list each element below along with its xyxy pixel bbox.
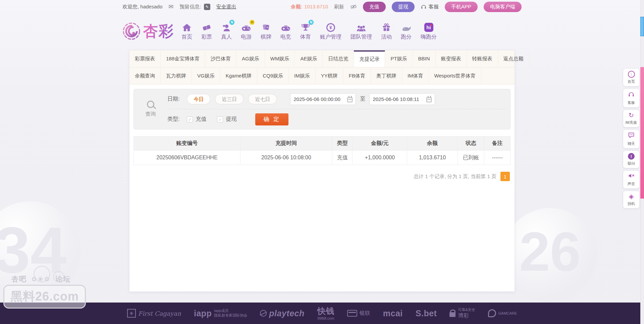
page-1-button[interactable]: 1	[500, 172, 510, 181]
logout-link[interactable]: 安全退出	[216, 4, 236, 10]
type-withdraw-checkbox[interactable]: ✓ 提现	[217, 116, 236, 123]
logo-text: First Cagayan	[138, 310, 181, 317]
scrollbar-thumb[interactable]	[640, 17, 644, 36]
tab-item[interactable]: 账变报表	[436, 50, 467, 67]
tab-item[interactable]: FB体育	[343, 67, 371, 84]
tab-item[interactable]: IM娱乐	[289, 67, 316, 84]
float-item-idle[interactable]: ◈ 挂机	[623, 191, 639, 208]
nav-label: 电游	[241, 34, 252, 41]
mobile-app-button[interactable]: 手机APP	[445, 2, 478, 12]
footer-logo-unionpay: 银联	[347, 310, 370, 317]
calendar-icon[interactable]	[426, 97, 432, 102]
mail-icon[interactable]: ✉	[168, 3, 173, 10]
withdraw-button[interactable]: 提现	[392, 2, 415, 12]
pc-client-button[interactable]: 电脑客户端	[484, 2, 522, 12]
logo-subtext: iapp成员	[214, 309, 247, 313]
logo-text: iapp	[194, 309, 212, 318]
footer-logo-99bill: 快钱 99Bill.com	[317, 306, 334, 321]
date-to-input[interactable]	[373, 96, 424, 102]
query-panel-label: 查询	[134, 89, 167, 129]
float-label: 客服	[628, 100, 635, 106]
logo-text: playtech	[269, 309, 304, 318]
float-item-question[interactable]: ! 疑问	[623, 151, 639, 168]
customer-service-link[interactable]: 客服	[421, 4, 439, 10]
tab-item[interactable]: PT娱乐	[385, 50, 413, 67]
tab-item[interactable]: IM体育	[402, 67, 429, 84]
tab-row-2: 余额查询 瓦力棋牌 VG娱乐 Kgame棋牌 CQ9娱乐 IM娱乐 YY棋牌 F…	[129, 67, 515, 85]
nav-item-sports[interactable]: N 体育	[300, 22, 311, 41]
refresh-link[interactable]: 刷新	[334, 4, 344, 10]
float-item-home[interactable]: ↑ 首页	[623, 69, 639, 86]
type-deposit-checkbox[interactable]: ✓ 充值	[187, 116, 206, 123]
home-icon	[182, 22, 192, 32]
nav-item-paofen[interactable]: 跑分	[401, 22, 412, 41]
col-header-type: 类型	[332, 137, 353, 151]
nav-item-lottery[interactable]: 彩票	[201, 22, 212, 41]
tab-item[interactable]: BBIN	[413, 50, 436, 67]
tab-item[interactable]: WM娱乐	[265, 50, 295, 67]
main-content-card: 彩票报表 188金宝博体育 沙巴体育 AG娱乐 WM娱乐 AE娱乐 日结总览 充…	[129, 50, 515, 292]
tab-item[interactable]: 转账报表	[467, 50, 498, 67]
nav-item-esports[interactable]: 电竞	[280, 22, 291, 41]
cell-type: 充值	[332, 151, 353, 165]
nav-label: 首页	[181, 34, 192, 41]
nav-item-live[interactable]: N 真人	[221, 22, 232, 41]
tab-item[interactable]: 日结总览	[323, 50, 354, 67]
float-item-chat[interactable]: 聊天	[623, 130, 639, 148]
seal-icon: ❉	[127, 309, 136, 318]
range-7days-button[interactable]: 近七日	[248, 94, 277, 104]
up-arrow-circle-icon: ↑	[628, 71, 635, 78]
tab-item[interactable]: 余额查询	[129, 67, 161, 84]
float-item-sound[interactable]: 声音	[623, 171, 639, 188]
edit-pencil-icon[interactable]: ✎	[204, 4, 210, 10]
col-header-status: 状态	[458, 137, 484, 151]
tab-item[interactable]: 沙巴体育	[205, 50, 236, 67]
footer-logo-mcai: mcai	[383, 309, 403, 318]
submit-button[interactable]: 确 定	[255, 113, 288, 125]
float-label: 聊天	[628, 141, 635, 147]
gamepad-icon	[281, 22, 290, 32]
gift-icon	[382, 22, 391, 32]
nav-item-home[interactable]: 首页	[181, 22, 192, 41]
calendar-icon[interactable]	[347, 97, 353, 102]
nav-item-promo[interactable]: 活动	[381, 22, 392, 41]
tab-item-active[interactable]: 充提记录	[354, 50, 385, 67]
pagination-summary: 总计 1 个记录, 分为 1 页, 当前第 1 页	[414, 173, 496, 180]
chat-bubble-icon	[628, 132, 635, 140]
nav-item-account[interactable]: ¥ 账户管理	[320, 22, 341, 41]
nav-item-team[interactable]: 团队管理	[351, 22, 372, 41]
cell-status: 已到账	[458, 151, 484, 165]
tab-item[interactable]: 188金宝博体育	[161, 50, 205, 67]
tab-item[interactable]: AG娱乐	[236, 50, 265, 67]
nav-label: 棋牌	[261, 34, 271, 41]
brand-logo[interactable]: 杏彩	[122, 21, 174, 41]
tab-item[interactable]: Kgame棋牌	[220, 67, 258, 84]
float-item-im-recharge[interactable]: ↻ IM充值	[623, 110, 639, 127]
background-numeral-right: 26	[519, 224, 581, 279]
nav-label: 跑分	[401, 34, 412, 41]
tab-item[interactable]: 彩票报表	[129, 50, 161, 67]
tab-item[interactable]: AE娱乐	[295, 50, 323, 67]
deposit-button[interactable]: 充值	[363, 2, 386, 12]
tab-item[interactable]: Wesports世界体育	[429, 67, 481, 84]
bank-card-icon	[347, 310, 357, 317]
tab-item[interactable]: 奥丁棋牌	[371, 67, 402, 84]
table-row: 20250606VBDAGEEHHE 2025-06-06 10:08:00 充…	[134, 151, 511, 165]
eye-slash-icon[interactable]	[350, 4, 357, 9]
range-3days-button[interactable]: 近三日	[215, 94, 244, 104]
tab-item[interactable]: VG娱乐	[192, 67, 220, 84]
tab-item[interactable]: 返点总额	[498, 50, 529, 67]
range-today-button[interactable]: 今日	[187, 94, 210, 104]
nav-item-egames[interactable]: H 电游	[241, 22, 252, 41]
nav-item-hi-paofen[interactable]: hi 嗨跑分	[421, 22, 437, 41]
tab-item[interactable]: CQ9娱乐	[257, 67, 289, 84]
tab-item[interactable]: 瓦力棋牌	[161, 67, 192, 84]
date-from-input[interactable]	[293, 96, 344, 102]
new-badge: N	[229, 20, 234, 25]
table-header-row: 账变编号 充提时间 类型 金额/元 余额 状态 备注	[134, 137, 511, 151]
float-item-service[interactable]: 客服	[623, 89, 639, 107]
footer: ❉ First Cagayan iapp iapp成员 隐私权专家国际协会 pl…	[0, 303, 644, 324]
tab-item[interactable]: YY棋牌	[316, 67, 343, 84]
nav-item-chess[interactable]: 棋牌	[261, 22, 271, 41]
diamond-icon: ◈	[629, 193, 634, 200]
